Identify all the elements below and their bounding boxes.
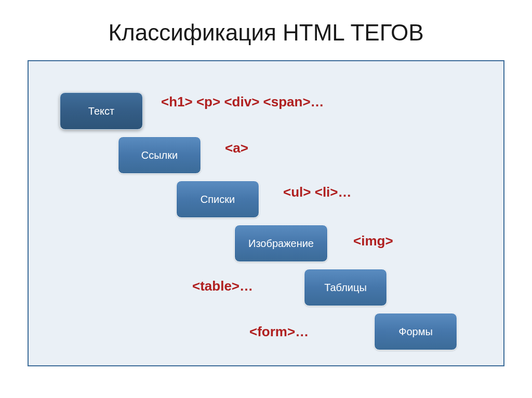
step-tables: Таблицы <box>304 269 387 306</box>
step-lists: Списки <box>176 181 259 218</box>
step-image: Изображение <box>234 225 328 262</box>
tags-forms: <form>… <box>249 324 309 340</box>
tags-tables: <table>… <box>192 278 253 294</box>
step-label: Ссылки <box>141 149 178 161</box>
tags-lists: <ul> <li>… <box>283 184 352 200</box>
step-label: Изображение <box>248 238 314 250</box>
step-label: Формы <box>398 326 433 338</box>
slide-title: Классификация HTML ТЕГОВ <box>23 20 509 46</box>
step-label: Текст <box>88 105 114 117</box>
step-text: Текст <box>60 92 143 130</box>
tags-text: <h1> <p> <div> <span>… <box>161 94 324 110</box>
step-label: Таблицы <box>324 282 367 294</box>
step-forms: Формы <box>374 313 457 350</box>
step-links: Ссылки <box>118 136 201 174</box>
slide: Классификация HTML ТЕГОВ Текст <h1> <p> … <box>0 0 532 398</box>
diagram-container: Текст <h1> <p> <div> <span>… Ссылки <a> … <box>28 60 504 366</box>
step-label: Списки <box>201 194 235 205</box>
tags-image: <img> <box>353 233 393 249</box>
tags-links: <a> <box>225 140 248 156</box>
